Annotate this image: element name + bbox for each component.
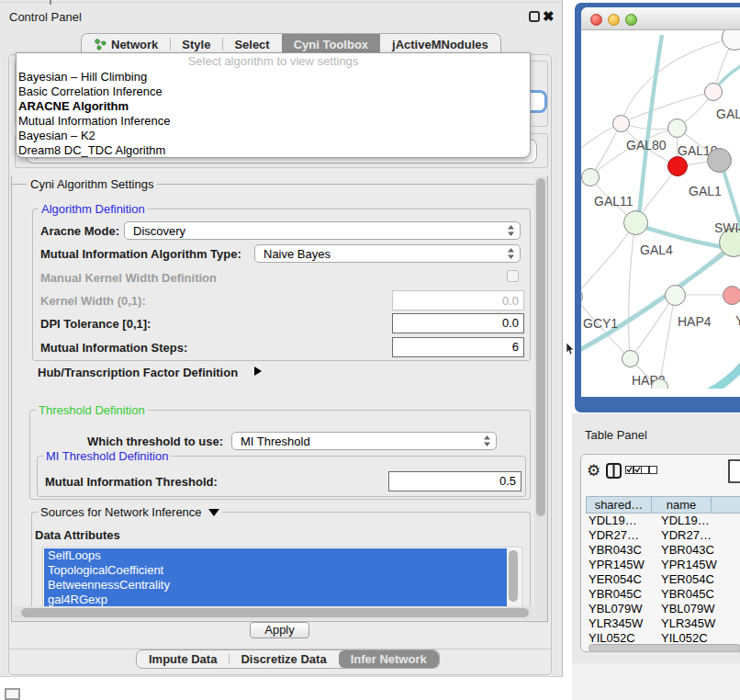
zoom-traffic-light[interactable]	[625, 14, 637, 26]
table-cell	[725, 543, 740, 558]
network-node-gal[interactable]	[704, 83, 723, 101]
sources-group: Sources for Network Inference Data Attri…	[31, 512, 531, 615]
threshold-definition-group: Threshold Definition Which threshold to …	[29, 410, 531, 500]
network-node-gal80[interactable]	[612, 115, 630, 132]
tab-infer-network[interactable]: Infer Network	[339, 650, 439, 668]
settings-vscrollbar[interactable]	[534, 176, 547, 620]
dpi-tolerance-field[interactable]: 0.0	[392, 313, 524, 333]
mi-threshold-field[interactable]: 0.5	[388, 471, 521, 491]
collapse-arrow-icon[interactable]	[208, 509, 219, 516]
network-canvas[interactable]: GALGAL80GAL10GAL1GAL11GAL4SWI4GCY1HAP4YH…	[581, 30, 740, 389]
tab-select[interactable]: Select	[222, 34, 281, 54]
mi-type-combo[interactable]: Naive Bayes	[254, 244, 521, 263]
dropdown-item[interactable]: Basic Correlation Inference	[17, 85, 530, 99]
table-cell: YBR043C	[586, 543, 656, 558]
dropdown-item[interactable]: Dream8 DC_TDC Algorithm	[17, 143, 530, 158]
table-row[interactable]: YBR045CYBR045C9.	[586, 587, 740, 602]
network-node-hap4[interactable]	[665, 285, 686, 306]
network-node-gal4[interactable]	[623, 210, 648, 235]
attribute-list-item[interactable]: BetweennessCentrality	[44, 578, 508, 593]
node-label: GAL11	[594, 194, 633, 209]
network-window: GALGAL80GAL10GAL1GAL11GAL4SWI4GCY1HAP4YH…	[581, 7, 740, 397]
network-node-gal11[interactable]	[581, 168, 600, 186]
attribute-list-item[interactable]: gal4RGexp	[44, 593, 508, 607]
tab-discretize-data[interactable]: Discretize Data	[229, 650, 338, 668]
combo-arrows-icon	[507, 248, 515, 259]
node-label: GCY1	[583, 316, 618, 331]
node-label: GAL	[716, 107, 740, 121]
gear-icon[interactable]: ⚙	[587, 461, 600, 480]
network-node-gal10[interactable]	[667, 119, 687, 138]
table-cell: YLR345W	[656, 616, 725, 631]
network-node[interactable]	[707, 148, 732, 173]
node-label: SWI4	[714, 220, 740, 235]
expand-arrow-icon[interactable]	[254, 367, 262, 376]
column-header-extra[interactable]	[711, 496, 740, 514]
table-panel-title: Table Panel	[585, 428, 647, 442]
table-row[interactable]: YBL079WYBL079W	[586, 602, 740, 616]
dropdown-item[interactable]: Mutual Information Inference	[17, 114, 530, 129]
tab-label: Discretize Data	[241, 652, 326, 666]
tab-label: Network	[111, 38, 158, 51]
table-cell: YBR045C	[656, 587, 725, 602]
columns-icon[interactable]	[606, 463, 622, 479]
tab-network[interactable]: Network	[82, 34, 170, 54]
network-node-gal1[interactable]	[667, 156, 688, 176]
hub-definition-label[interactable]: Hub/Transcription Factor Definition	[38, 366, 238, 379]
threshold-definition-title: Threshold Definition	[36, 403, 148, 417]
table-cell: YBL079W	[586, 602, 656, 616]
minimize-traffic-light[interactable]	[608, 14, 620, 26]
dropdown-item[interactable]: Bayesian – Hill Climbing	[17, 70, 530, 85]
manual-kernel-label: Manual Kernel Width Definition	[40, 271, 217, 285]
table-cell: YPR145W	[656, 558, 725, 572]
table-cell: 12	[725, 528, 740, 543]
tab-jactivemnodules[interactable]: jActiveMNodules	[380, 34, 500, 54]
mi-threshold-group: MI Threshold Definition Mutual Informati…	[37, 456, 526, 497]
settings-hscrollbar[interactable]	[13, 606, 533, 620]
table-cell: 13	[725, 514, 740, 528]
which-threshold-combo[interactable]: MI Threshold	[231, 432, 497, 450]
list-vscrollbar[interactable]	[507, 548, 521, 609]
manual-kernel-checkbox[interactable]	[507, 270, 519, 282]
network-icon	[94, 38, 107, 51]
dropdown-item[interactable]: Bayesian – K2	[17, 129, 530, 143]
combo-value: Discovery	[133, 224, 185, 238]
table-row[interactable]: YDL19…YDL19…13	[586, 514, 740, 528]
network-node-hap2[interactable]	[622, 350, 639, 367]
table-row[interactable]: YPR145WYPR145W9.	[586, 558, 740, 572]
mi-steps-field[interactable]: 6	[392, 337, 524, 357]
document-icon[interactable]	[728, 459, 740, 483]
table-row[interactable]: YLR345WYLR345W9.	[586, 616, 740, 631]
tab-style[interactable]: Style	[170, 34, 222, 54]
attribute-list-item[interactable]: TopologicalCoefficient	[44, 563, 508, 578]
node-label: Y	[735, 313, 740, 328]
table-row[interactable]: YDR27…YDR27…12	[586, 528, 740, 543]
tab-label: Cyni Toolbox	[294, 38, 368, 51]
table-row[interactable]: YER054CYER054C8.	[586, 572, 740, 587]
table-panel-lower-bg	[572, 663, 740, 700]
tab-impute-data[interactable]: Impute Data	[137, 650, 229, 668]
aracne-mode-combo[interactable]: Discovery	[124, 221, 521, 240]
table-row[interactable]: YBR043CYBR043C	[586, 543, 740, 558]
tab-label: jActiveMNodules	[392, 38, 488, 51]
network-node-y[interactable]	[723, 286, 740, 305]
float-window-icon[interactable]	[529, 11, 540, 22]
mi-type-label: Mutual Information Algorithm Type:	[40, 247, 241, 261]
close-traffic-light[interactable]	[590, 14, 602, 26]
bottom-tabbar: Impute Data Discretize Data Infer Networ…	[136, 649, 440, 669]
close-icon[interactable]: ✖	[543, 8, 555, 25]
select-all-icon[interactable]	[625, 466, 642, 475]
kernel-width-field[interactable]: 0.0	[392, 290, 524, 310]
table-hscrollbar[interactable]	[586, 644, 740, 652]
column-header-name[interactable]: name	[651, 496, 711, 514]
column-header-shared[interactable]: shared…	[586, 496, 651, 514]
attribute-list-item[interactable]: SelfLoops	[44, 548, 508, 563]
apply-button[interactable]: Apply	[250, 622, 309, 638]
mi-threshold-title: MI Threshold Definition	[43, 449, 171, 463]
tab-cyni-toolbox[interactable]: Cyni Toolbox	[282, 34, 380, 54]
dropdown-item[interactable]: ARACNE Algorithm	[17, 99, 530, 114]
minimized-panel-icon[interactable]	[5, 688, 20, 700]
aracne-mode-label: Aracne Mode:	[40, 224, 119, 238]
sources-title: Sources for Network Inference	[38, 505, 222, 519]
deselect-all-icon[interactable]	[641, 466, 657, 475]
